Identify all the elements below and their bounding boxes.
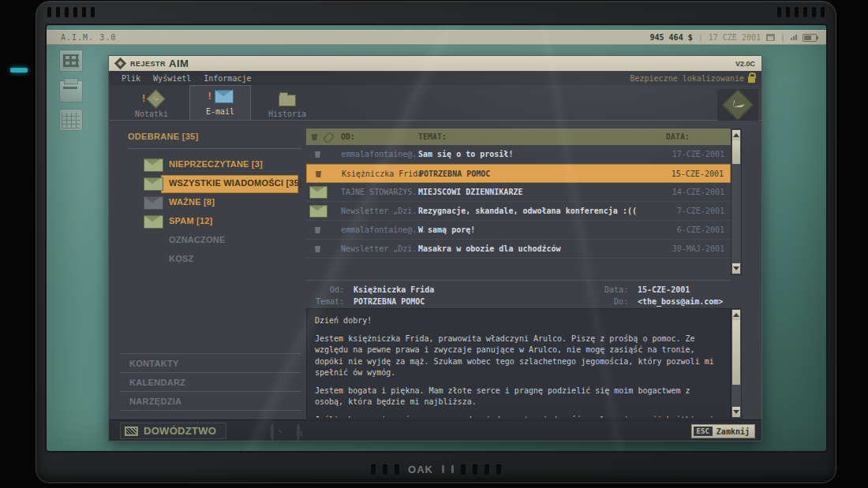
menu-item-informacje[interactable]: Informacje (204, 74, 251, 83)
unread-envelope-icon (309, 205, 327, 218)
subject-label: Temat: (316, 297, 344, 306)
os-title: A.I.M. 3.0 (61, 33, 116, 42)
mail-row-selected[interactable]: Księżniczka Frida POTRZEBNA POMOC 15-CZE… (306, 164, 731, 183)
column-header-od: OD: (341, 132, 355, 141)
brand-logo: OAK (408, 464, 433, 475)
calendar-icon (766, 34, 775, 41)
sidebar-header-odebrane: ODEBRANE [35] (128, 132, 198, 141)
money-balance: 945 464 $ (650, 33, 693, 42)
sidebar-item-narzedzia[interactable]: NARZĘDZIA (120, 392, 301, 411)
envelope-icon (144, 215, 163, 229)
subject-value: POTRZEBNA POMOC (354, 297, 425, 306)
mail-logo-tile (717, 89, 758, 121)
date-label: Data: (604, 285, 628, 294)
window-footer: DOWÓDZTWO ESC Zamknij (109, 419, 761, 441)
battery-icon (803, 34, 817, 42)
search-icon[interactable] (271, 423, 274, 441)
mail-list-header: OD: TEMAT: DATA: (306, 129, 731, 145)
scrollbar-thumb[interactable] (732, 320, 740, 385)
monitor-icon (125, 427, 138, 436)
vent-slots-left (47, 7, 95, 17)
tab-email[interactable]: ! E-mail (189, 85, 251, 120)
mail-row[interactable]: emmalafontaine@... Sam się o to prosił! … (306, 145, 731, 164)
trash-icon (315, 169, 322, 177)
status-date: 17 CZE 2001 (709, 33, 761, 42)
window-title-prefix: REJESTR (130, 60, 166, 68)
scrollbar-thumb[interactable] (732, 140, 740, 164)
to-value: <the_boss@aim.com> (638, 297, 723, 306)
menu-item-plik[interactable]: Plik (122, 74, 140, 83)
window-version: V2.0C (735, 60, 755, 68)
mail-row[interactable]: Newsletter „Dzi... Masakra w obozie dla … (306, 240, 731, 259)
folder-icon (279, 95, 296, 106)
mail-body-paragraph: Dzień dobry! (307, 315, 730, 326)
laptop-screenshot: OAK A.I.M. 3.0 945 464 $ | 17 CZE 2001 | (0, 0, 868, 488)
power-led (10, 68, 28, 73)
mail-row[interactable]: emmalafontaine@... W samą porę! 6-CZE-20… (306, 221, 731, 240)
aim-diamond-icon (114, 58, 127, 70)
window-titlebar: REJESTR AIM V2.0C (109, 56, 761, 71)
column-header-temat: TEMAT: (418, 132, 447, 141)
mail-body-paragraph: Jestem księżniczka Frida, prawowita wład… (307, 333, 730, 378)
sidebar-item-kalendarz[interactable]: KALENDARZ (120, 373, 301, 392)
envelope-icon (144, 177, 163, 191)
sidebar-item-kosz[interactable]: KOSZ (120, 250, 303, 269)
mail-row[interactable]: Newsletter „Dzi... Rezygnacje, skandale,… (306, 202, 731, 221)
unread-envelope-icon (309, 186, 327, 199)
desktop-printer-icon[interactable] (59, 80, 83, 102)
scroll-up-icon[interactable] (732, 310, 740, 320)
close-button[interactable]: ESC Zamknij (691, 424, 755, 438)
mail-logo-icon (722, 89, 754, 121)
speaker-grille: OAK (36, 462, 836, 476)
scroll-down-icon[interactable] (732, 407, 740, 417)
mail-body-scrollbar[interactable] (731, 308, 742, 419)
window-title: AIM (169, 58, 189, 69)
sidebar-item-nieprzeczytane[interactable]: NIEPRZECZYTANE [3] (120, 155, 303, 174)
mail-sidebar: ODEBRANE [35] NIEPRZECZYTANE [3] WSZYSTK… (120, 129, 303, 420)
trash-icon (314, 150, 321, 158)
menu-bar: Plik Wyświetl Informacje Bezpieczne loka… (109, 71, 761, 86)
date-value: 15-CZE-2001 (638, 285, 690, 294)
lock-icon (748, 76, 755, 83)
command-button[interactable]: DOWÓDZTWO (120, 423, 226, 439)
scroll-down-icon[interactable] (732, 263, 740, 274)
mail-detail-header: Od: Księżniczka Frida Temat: POTRZEBNA P… (306, 280, 731, 307)
mail-body: Dzień dobry! Jestem księżniczka Frida, p… (306, 308, 731, 419)
column-header-data: DATA: (666, 132, 690, 141)
tab-notatki[interactable]: ! Notatki (122, 88, 181, 120)
from-label: Od: (330, 285, 344, 294)
esc-keycap: ESC (694, 427, 713, 436)
key-icon[interactable] (297, 423, 300, 441)
sidebar-item-wszystkie-wiadomosci[interactable]: WSZYSTKIE WIADOMOŚCI [35] (120, 174, 303, 193)
desktop-calculator-icon[interactable] (59, 50, 83, 72)
screen: A.I.M. 3.0 945 464 $ | 17 CZE 2001 | REJ… (45, 24, 828, 453)
desktop-calendar-icon[interactable] (59, 109, 83, 131)
mail-body-paragraph: Jestem bogata i piękna. Mam złote serce … (307, 386, 730, 408)
sidebar-item-spam[interactable]: SPAM [12] (120, 212, 303, 231)
trash-icon (314, 225, 321, 233)
envelope-icon (215, 90, 234, 103)
mail-body-paragraph: Jeśli chcesz mi pomóc, proszę, odpowiedz… (307, 415, 730, 419)
sidebar-item-oznaczone[interactable]: OZNACZONE (120, 231, 303, 250)
secure-location-status: Bezpieczne lokalizowanie (630, 73, 756, 83)
envelope-icon (144, 158, 163, 172)
mail-row[interactable]: TAJNE STOWARZYS... MIEJSCOWI DZIENNIKARZ… (306, 183, 731, 202)
sidebar-sections: KONTAKTY KALENDARZ NARZĘDZIA (120, 353, 301, 411)
scroll-up-icon[interactable] (732, 130, 740, 140)
signal-icon (791, 35, 797, 40)
tab-strip: ! Notatki ! E-mail Historia (109, 85, 761, 121)
note-diamond-icon (146, 89, 165, 108)
aim-register-window: REJESTR AIM V2.0C Plik Wyświetl Informac… (108, 55, 762, 441)
from-value: Księżniczka Frida (354, 285, 434, 294)
envelope-icon (144, 196, 163, 210)
os-status-bar: A.I.M. 3.0 945 464 $ | 17 CZE 2001 | (47, 30, 826, 45)
mail-list-scrollbar[interactable] (731, 129, 742, 275)
vent-slots-right (777, 7, 825, 17)
email-alert-badge: ! (207, 91, 212, 102)
sidebar-item-kontakty[interactable]: KONTAKTY (120, 354, 301, 373)
trash-icon (314, 244, 321, 252)
menu-item-wyswietl[interactable]: Wyświetl (153, 74, 191, 83)
paperclip-icon (323, 132, 335, 144)
sidebar-item-wazne[interactable]: WAŻNE [8] (120, 193, 303, 212)
tab-historia[interactable]: Historia (257, 88, 317, 120)
